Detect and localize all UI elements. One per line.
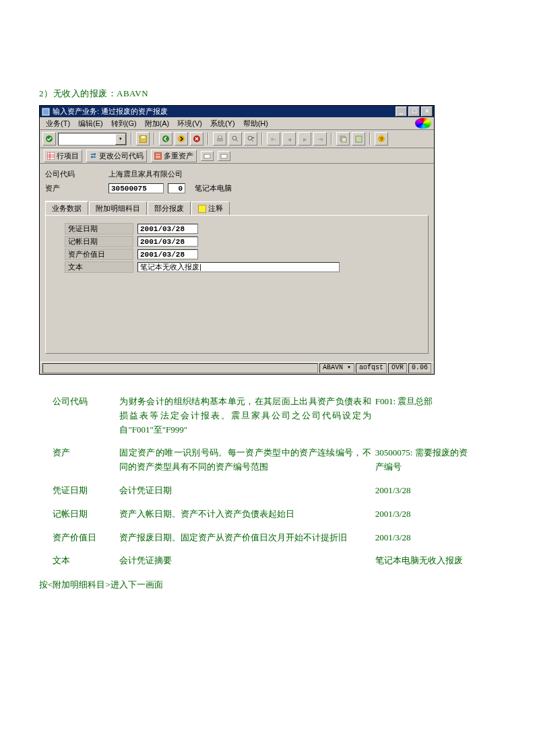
menu-edit[interactable]: 编辑(E) xyxy=(75,118,106,129)
posting-date-input[interactable] xyxy=(137,237,198,247)
exit-button[interactable] xyxy=(175,132,188,146)
change-company-label: 更改公司代码 xyxy=(99,151,144,161)
close-button[interactable]: ✕ xyxy=(421,106,433,117)
enter-button[interactable] xyxy=(42,132,56,146)
asset-value-date-label: 资产价值日 xyxy=(65,249,133,260)
tabstrip: 业务数据 附加明细科目 部分报废 注释 xyxy=(45,201,429,215)
svg-rect-7 xyxy=(217,138,223,141)
prev-page-button[interactable]: ◂ xyxy=(282,132,296,146)
doc-date-input[interactable] xyxy=(137,224,198,234)
minimize-button[interactable]: ‗ xyxy=(396,106,407,117)
svg-text:?: ? xyxy=(380,136,383,142)
table-row: 凭证日期会计凭证日期2001/3/28 xyxy=(53,480,477,503)
find-next-button[interactable]: + xyxy=(244,132,257,146)
find-button[interactable] xyxy=(228,132,242,146)
asset-value-date-input[interactable] xyxy=(137,249,198,259)
svg-rect-8 xyxy=(218,136,222,138)
svg-rect-16 xyxy=(356,136,362,142)
posting-date-label: 记帐日期 xyxy=(65,236,133,247)
menu-environment[interactable]: 环境(V) xyxy=(174,118,206,129)
last-page-button[interactable]: ⇥ xyxy=(313,132,327,146)
next-page-button[interactable]: ▸ xyxy=(298,132,311,146)
status-bar: ABAVN ▾ aofqst OVR 0.06 xyxy=(40,362,434,374)
company-code-label: 公司代码 xyxy=(45,169,108,179)
app-icon xyxy=(41,107,51,117)
status-message xyxy=(42,363,318,373)
back-button[interactable] xyxy=(159,132,172,146)
menu-system[interactable]: 系统(Y) xyxy=(207,118,239,129)
footer-instruction: 按<附加明细科目>进入下一画面 xyxy=(39,579,495,591)
swap-icon xyxy=(90,152,97,160)
section-heading: 2）无收入的报废：ABAVN xyxy=(39,88,495,100)
first-page-button[interactable]: ⇤ xyxy=(267,132,280,146)
tab-transaction-data[interactable]: 业务数据 xyxy=(45,201,88,215)
doc-date-label: 凭证日期 xyxy=(65,223,133,234)
cancel-button[interactable] xyxy=(190,132,203,146)
titlebar: 输入资产业务: 通过报废的资产报废 ‗ ☐ ✕ xyxy=(40,106,434,117)
list-icon xyxy=(154,152,162,160)
asset-label: 资产 xyxy=(45,183,108,193)
text-label: 文本 xyxy=(65,261,133,273)
menu-transaction[interactable]: 业务(T) xyxy=(42,118,73,129)
menu-goto[interactable]: 转到(G) xyxy=(108,118,140,129)
application-toolbar: 行项目 更改公司代码 多重资产 xyxy=(40,148,434,164)
tab-note-label: 注释 xyxy=(208,203,223,214)
svg-line-10 xyxy=(236,139,238,141)
table-row: 公司代码为财务会计的组织结构基本单元，在其层面上出具资产负债表和损益表等法定会计… xyxy=(53,391,477,442)
asset-subnumber-input[interactable] xyxy=(168,183,185,193)
menubar: 业务(T) 编辑(E) 转到(G) 附加(A) 环境(V) 系统(Y) 帮助(H… xyxy=(40,117,434,130)
multiple-assets-button[interactable]: 多重资产 xyxy=(151,150,197,162)
tab-panel: 凭证日期 记帐日期 资产价值日 文本 xyxy=(45,215,429,354)
sap-logo-icon xyxy=(415,118,431,129)
svg-point-5 xyxy=(178,135,185,142)
change-company-button[interactable]: 更改公司代码 xyxy=(86,150,147,162)
table-row: 文本会计凭证摘要笔记本电脑无收入报废 xyxy=(53,550,477,573)
create-session-button[interactable] xyxy=(336,132,350,146)
tab-note[interactable]: 注释 xyxy=(191,201,230,215)
status-mode: OVR xyxy=(388,363,407,373)
status-time: 0.06 xyxy=(408,363,431,373)
table-row: 资产固定资产的唯一识别号码。每一资产类型中的资产连续编号，不同的资产类型具有不同… xyxy=(53,442,477,480)
svg-rect-19 xyxy=(47,152,55,160)
note-icon xyxy=(198,205,206,213)
text-input[interactable] xyxy=(137,262,340,272)
menu-extras[interactable]: 附加(A) xyxy=(141,118,173,129)
extra-button-1[interactable] xyxy=(201,151,214,161)
command-field[interactable]: ▾ xyxy=(58,133,127,146)
grid-icon xyxy=(47,152,55,160)
svg-line-12 xyxy=(251,139,253,141)
print-button[interactable] xyxy=(213,132,226,146)
shortcut-button[interactable] xyxy=(352,132,365,146)
help-button[interactable]: ? xyxy=(375,132,388,146)
window-title: 输入资产业务: 通过报废的资产报废 xyxy=(53,106,396,117)
sap-window: 输入资产业务: 通过报废的资产报废 ‗ ☐ ✕ 业务(T) 编辑(E) 转到(G… xyxy=(39,105,435,375)
status-tcode: ABAVN ▾ xyxy=(319,363,354,373)
svg-rect-3 xyxy=(141,136,145,138)
svg-rect-27 xyxy=(204,154,210,158)
line-items-label: 行项目 xyxy=(57,151,79,161)
tab-partial-retirement[interactable]: 部分报废 xyxy=(148,201,191,215)
table-row: 记帐日期资产入帐日期。资产不计入资产负债表起始日2001/3/28 xyxy=(53,503,477,527)
menu-help[interactable]: 帮助(H) xyxy=(240,118,272,129)
save-button[interactable] xyxy=(136,132,150,146)
explanation-table: 公司代码为财务会计的组织结构基本单元，在其层面上出具资产负债表和损益表等法定会计… xyxy=(53,391,477,573)
table-row: 资产价值日资产报废日期。固定资产从资产价值日次月开始不计提折旧2001/3/28 xyxy=(53,527,477,550)
svg-text:+: + xyxy=(252,135,255,139)
status-system: aofqst xyxy=(356,363,387,373)
asset-description: 笔记本电脑 xyxy=(195,183,232,193)
company-code-value: 上海震旦家具有限公司 xyxy=(108,169,183,179)
svg-rect-15 xyxy=(342,137,346,142)
svg-rect-28 xyxy=(221,154,227,158)
tab-additional-details[interactable]: 附加明细科目 xyxy=(89,201,147,215)
svg-rect-0 xyxy=(42,108,49,115)
multiple-assets-label: 多重资产 xyxy=(164,151,193,161)
client-area: 公司代码 上海震旦家具有限公司 资产 笔记本电脑 业务数据 附加明细科目 部分报… xyxy=(40,164,434,362)
svg-point-4 xyxy=(162,135,169,142)
asset-number-input[interactable] xyxy=(108,183,164,193)
line-items-button[interactable]: 行项目 xyxy=(44,150,82,162)
extra-button-2[interactable] xyxy=(218,151,230,161)
maximize-button[interactable]: ☐ xyxy=(408,106,420,117)
standard-toolbar: ▾ + ⇤ ◂ ▸ ⇥ ? xyxy=(40,130,434,148)
